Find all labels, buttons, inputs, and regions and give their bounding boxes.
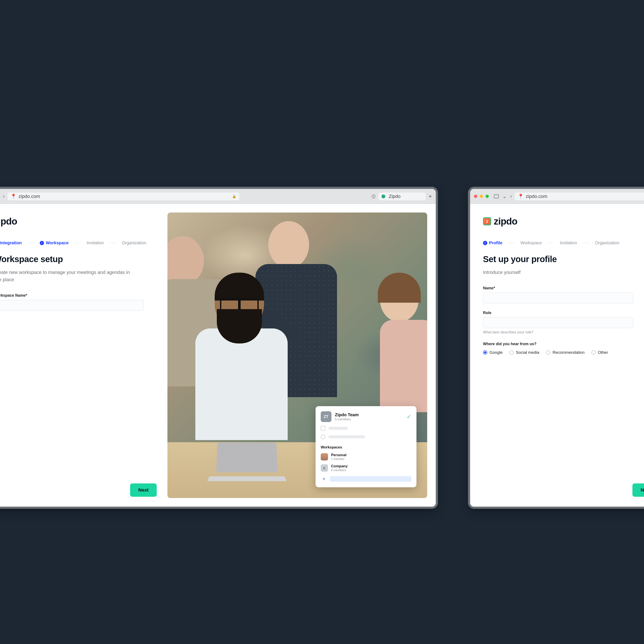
browser-window-workspace: ⌄ ‹ 📍 zipdo.com 🔒 Zipdo + zipdo ✓In [0, 189, 436, 507]
tab-label: Zipdo [389, 194, 401, 199]
maximize-icon[interactable] [486, 195, 489, 198]
gear-icon [321, 434, 325, 439]
role-label: Role [483, 311, 644, 315]
page-title: Set up your profile [483, 254, 644, 264]
next-button[interactable]: Next [130, 483, 157, 497]
workspace-overlay-card: ZT Zipdo Team 5 members ✓ Workspaces [316, 406, 416, 487]
placeholder-line [328, 435, 365, 438]
address-bar[interactable]: 📍 zipdo.com 🔒 [8, 193, 239, 200]
browser-chrome: ⌄ ‹ 📍 zipdo.com 🔒 Zipdo + [0, 189, 436, 204]
chevron-down-icon[interactable]: ⌄ [503, 194, 506, 199]
browser-tab[interactable]: Zipdo [378, 193, 426, 200]
person-4 [380, 277, 427, 412]
workspace-item-company[interactable]: C Company6 members [321, 464, 411, 472]
calendar-icon [321, 426, 325, 431]
role-input[interactable] [483, 317, 633, 328]
name-label: Name* [483, 286, 644, 290]
onboarding-stepper: ✓Profile Workspace Invitation Organizati… [483, 240, 644, 245]
radio-icon [509, 350, 514, 355]
add-workspace-row[interactable]: + [321, 476, 411, 482]
close-icon[interactable] [474, 195, 477, 198]
brand-text: zipdo [494, 216, 517, 227]
step-organization[interactable]: Organization [122, 240, 146, 245]
step-invitation[interactable]: Invitation [560, 240, 577, 245]
check-icon: ✓ [483, 241, 487, 245]
compass-icon: 📍 [11, 194, 16, 199]
person-2 [215, 277, 288, 440]
hear-radio-group: Google Social media Recommendation Other [483, 350, 644, 355]
radio-icon [591, 350, 596, 355]
step-organization[interactable]: Organization [595, 240, 619, 245]
step-profile[interactable]: ✓Profile [483, 240, 502, 245]
url-text: zipdo.com [18, 194, 40, 199]
compass-icon: 📍 [518, 194, 524, 199]
page-subtitle: Introduce yourself [483, 269, 620, 276]
step-workspace[interactable]: ✓Workspace [40, 240, 68, 245]
add-workspace-input[interactable] [330, 476, 411, 482]
page-title: Workspace setup [0, 254, 155, 264]
url-text: zipdo.com [526, 194, 547, 199]
check-icon: ✓ [407, 413, 411, 420]
team-photo: ZT Zipdo Team 5 members ✓ Workspaces [167, 213, 427, 498]
hear-label: Where did you hear from us? [483, 342, 644, 346]
illustration-panel: ZT Zipdo Team 5 members ✓ Workspaces [167, 204, 436, 507]
radio-social-media[interactable]: Social media [509, 350, 539, 355]
step-invitation[interactable]: Invitation [87, 240, 104, 245]
workspace-name-label: Workspace Name* [0, 293, 155, 298]
check-icon: ✓ [40, 241, 44, 245]
workspace-name-input[interactable] [0, 300, 144, 311]
globe-icon[interactable] [372, 194, 375, 198]
team-avatar: ZT [321, 411, 331, 422]
back-icon[interactable]: ‹ [510, 194, 512, 199]
plus-icon: + [321, 476, 327, 482]
radio-icon [483, 350, 487, 355]
workspace-item-personal[interactable]: Personal1 member [321, 453, 411, 461]
radio-google[interactable]: Google [483, 350, 503, 355]
new-tab-icon[interactable]: + [429, 193, 432, 200]
name-input[interactable] [483, 293, 633, 303]
brand-logo: zipdo [0, 216, 155, 227]
browser-chrome: ⌄ ‹ 📍 zipdo.com 🔒 [470, 189, 644, 204]
address-bar[interactable]: 📍 zipdo.com 🔒 [515, 193, 644, 200]
next-button[interactable]: Next [632, 483, 644, 497]
minimize-icon[interactable] [480, 195, 483, 198]
workspace-avatar: C [321, 464, 328, 472]
team-members: 5 members [335, 417, 359, 421]
radio-recommendation[interactable]: Recommendation [546, 350, 585, 355]
brand-logo: z zipdo [483, 216, 644, 227]
step-workspace[interactable]: Workspace [520, 240, 542, 245]
team-name: Zipdo Team [335, 412, 359, 417]
onboarding-stepper: ✓Integration ✓Workspace Invitation Organ… [0, 240, 155, 245]
back-icon[interactable]: ‹ [3, 194, 5, 199]
lock-icon: 🔒 [232, 194, 236, 198]
page-subtitle: Create new workspace to manage your meet… [0, 269, 131, 283]
radio-icon [546, 350, 550, 355]
window-traffic-lights[interactable] [474, 195, 489, 198]
radio-other[interactable]: Other [591, 350, 608, 355]
sidebar-toggle-icon[interactable] [494, 194, 499, 198]
role-hint: What best describes your role? [483, 330, 644, 334]
tab-favicon [381, 194, 385, 198]
brand-text: zipdo [0, 216, 17, 227]
step-integration[interactable]: ✓Integration [0, 240, 22, 245]
workspace-avatar [321, 453, 328, 460]
laptop [208, 442, 286, 483]
workspaces-section-label: Workspaces [321, 445, 411, 450]
browser-window-profile: ⌄ ‹ 📍 zipdo.com 🔒 z zipdo ✓Profile Works… [470, 189, 644, 507]
placeholder-line [328, 427, 348, 430]
brand-mark-icon: z [483, 217, 491, 225]
